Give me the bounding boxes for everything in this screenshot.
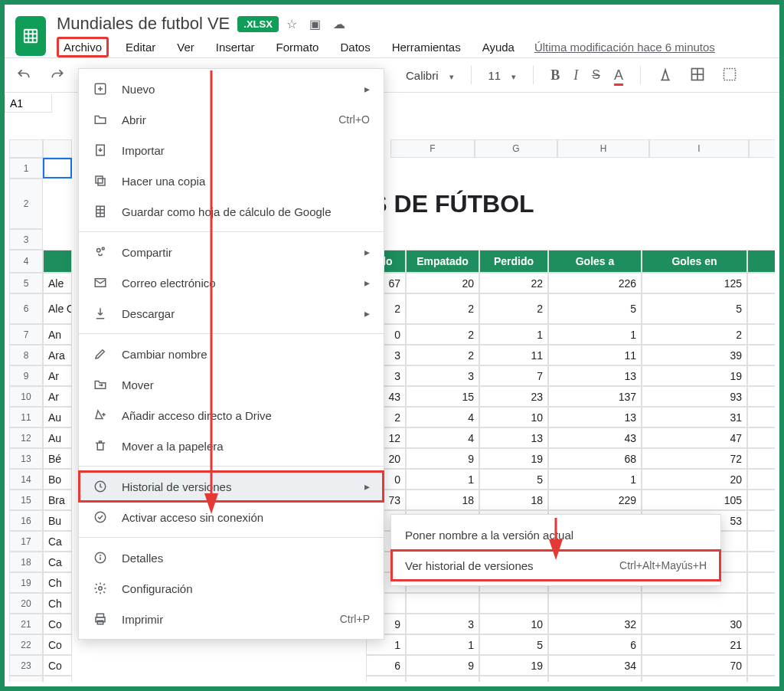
cell-r9-c5[interactable]: -6: [747, 365, 775, 386]
cell-r10-c3[interactable]: 137: [548, 386, 642, 407]
cell-A5[interactable]: Ale: [43, 273, 72, 293]
cell-r14-c4[interactable]: 20: [642, 469, 747, 490]
menu-item-mover-a-la-papelera[interactable]: Mover a la papelera: [79, 431, 384, 461]
col-head-G[interactable]: G: [475, 139, 557, 158]
cell-r13-c5[interactable]: -4: [747, 448, 775, 469]
menu-item-a-adir-acceso-directo-a-drive[interactable]: Añadir acceso directo a Drive: [79, 400, 384, 431]
menu-item-detalles[interactable]: Detalles: [79, 542, 384, 573]
row-head-1[interactable]: 1: [9, 158, 43, 178]
cell-r6-c1[interactable]: 2: [406, 293, 479, 324]
cell-r10-c5[interactable]: 44: [747, 386, 775, 407]
cell-r18-c5[interactable]: -5: [747, 552, 775, 572]
row-head-11[interactable]: 11: [9, 407, 43, 427]
cell-A16[interactable]: Bu: [43, 510, 72, 531]
menu-item-activar-acceso-sin-conexi-n[interactable]: Activar acceso sin conexión: [79, 502, 384, 532]
col-head-A[interactable]: [43, 139, 72, 158]
cell-r24-c5[interactable]: -1: [747, 676, 775, 682]
cell-r5-c5[interactable]: 101: [747, 273, 775, 293]
row-head-20[interactable]: 20: [9, 593, 43, 614]
cell-r7-c4[interactable]: 2: [642, 324, 747, 345]
cell-r21-c4[interactable]: 30: [642, 614, 747, 634]
cell-r21-c2[interactable]: 10: [479, 614, 548, 634]
cell-r22-c1[interactable]: 1: [406, 634, 479, 655]
strikethrough-button[interactable]: S: [592, 68, 600, 82]
cell-r21-c5[interactable]: 2: [747, 614, 775, 634]
cell-r9-c2[interactable]: 7: [479, 365, 548, 386]
cell-r8-c4[interactable]: 39: [642, 345, 747, 365]
row-head-23[interactable]: 23: [9, 655, 43, 676]
cell-r20-c1[interactable]: [406, 593, 479, 614]
redo-button[interactable]: [49, 67, 66, 84]
cell-A10[interactable]: Ar: [43, 386, 72, 407]
fill-color-button[interactable]: [658, 67, 673, 84]
cell-r7-c2[interactable]: 1: [479, 324, 548, 345]
menu-item-hacer-una-copia[interactable]: Hacer una copia: [79, 165, 384, 196]
doc-title[interactable]: Mundiales de futbol VE: [57, 14, 230, 34]
row-head-16[interactable]: 16: [9, 510, 43, 531]
cell-A21[interactable]: Co: [43, 614, 72, 634]
menu-item-configuraci-n[interactable]: Configuración: [79, 573, 384, 604]
cell-r11-c3[interactable]: 13: [548, 407, 642, 427]
cell-r21-c1[interactable]: 3: [406, 614, 479, 634]
cell-r12-c1[interactable]: 4: [406, 427, 479, 448]
cell-r15-c5[interactable]: 124: [747, 490, 775, 510]
menu-herramientas[interactable]: Herramientas: [387, 38, 466, 57]
cell-r16-c5[interactable]: -31: [747, 510, 775, 531]
move-to-drive-icon[interactable]: ▣: [309, 17, 321, 31]
cell-r5-c4[interactable]: 125: [642, 273, 747, 293]
cell-r5-c3[interactable]: 226: [548, 273, 642, 293]
cell-r14-c3[interactable]: 1: [548, 469, 642, 490]
cell-r22-c5[interactable]: -15: [747, 634, 775, 655]
cell-r17-c5[interactable]: -25: [747, 531, 775, 552]
last-modified-link[interactable]: Última modificación hace 6 minutos: [534, 41, 715, 54]
cell-r15-c1[interactable]: 18: [406, 490, 479, 510]
cell-r10-c2[interactable]: 23: [479, 386, 548, 407]
menu-ayuda[interactable]: Ayuda: [478, 38, 519, 57]
menu-insertar[interactable]: Insertar: [211, 38, 260, 57]
cell-r24-c0[interactable]: 3: [366, 676, 406, 682]
cell-r6-c3[interactable]: 5: [548, 293, 642, 324]
row-head-9[interactable]: 9: [9, 365, 43, 386]
cell-A24[interactable]: Co: [43, 676, 72, 682]
cell-r5-c1[interactable]: 20: [406, 273, 479, 293]
row-head-18[interactable]: 18: [9, 552, 43, 572]
row-head-7[interactable]: 7: [9, 324, 43, 345]
cell-r23-c0[interactable]: 6: [366, 655, 406, 676]
cell-A7[interactable]: An: [43, 324, 72, 345]
menu-datos[interactable]: Datos: [335, 38, 374, 57]
cell-r20-c4[interactable]: [642, 593, 747, 614]
cell-r12-c5[interactable]: -4: [747, 427, 775, 448]
cell-r24-c4[interactable]: 14: [642, 676, 747, 682]
cell-r23-c5[interactable]: -36: [747, 655, 775, 676]
cell-A23[interactable]: Co: [43, 655, 72, 676]
row-head-12[interactable]: 12: [9, 427, 43, 448]
menu-item-correo-electr-nico[interactable]: Correo electrónico▸: [79, 267, 384, 298]
star-icon[interactable]: ☆: [286, 17, 297, 31]
menu-item-historial-de-versiones[interactable]: Historial de versiones▸: [79, 471, 384, 502]
menu-item-descargar[interactable]: Descargar▸: [79, 298, 384, 329]
cell-r5-c2[interactable]: 22: [479, 273, 548, 293]
cell-r13-c4[interactable]: 72: [642, 448, 747, 469]
menu-item-guardar-como-hoja-de-c-lculo-de-google[interactable]: Guardar como hoja de cálculo de Google: [79, 196, 384, 227]
menu-ver[interactable]: Ver: [172, 38, 199, 57]
cell-A11[interactable]: Au: [43, 407, 72, 427]
cell-A13[interactable]: Bé: [43, 448, 72, 469]
row-head-15[interactable]: 15: [9, 490, 43, 510]
cell-A15[interactable]: Bra: [43, 490, 72, 510]
cell-r23-c1[interactable]: 9: [406, 655, 479, 676]
cloud-status-icon[interactable]: ☁: [333, 17, 345, 31]
font-size-select[interactable]: 11: [488, 69, 517, 82]
row-head-24[interactable]: 24: [9, 676, 43, 682]
cell-r15-c4[interactable]: 105: [642, 490, 747, 510]
cell-r23-c4[interactable]: 70: [642, 655, 747, 676]
row-head-4[interactable]: 4: [9, 250, 43, 273]
cell-r11-c2[interactable]: 10: [479, 407, 548, 427]
cell-r9-c1[interactable]: 3: [406, 365, 479, 386]
cell-r21-c3[interactable]: 32: [548, 614, 642, 634]
cell-A19[interactable]: Ch: [43, 572, 72, 593]
row-head-21[interactable]: 21: [9, 614, 43, 634]
menu-item-compartir[interactable]: Compartir▸: [79, 237, 384, 267]
cell-r13-c3[interactable]: 68: [548, 448, 642, 469]
cell-A22[interactable]: Co: [43, 634, 72, 655]
cell-r13-c1[interactable]: 9: [406, 448, 479, 469]
